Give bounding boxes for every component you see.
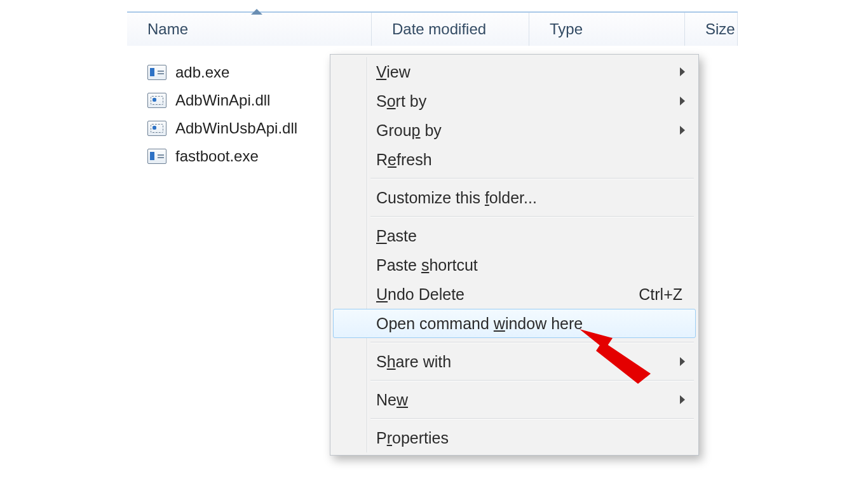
menu-item-view[interactable]: View — [333, 57, 696, 86]
menu-item-paste-shortcut[interactable]: Paste shortcut — [333, 250, 696, 280]
menu-item-paste[interactable]: Paste — [333, 221, 696, 250]
menu-label: Paste shortcut — [376, 256, 478, 274]
submenu-arrow-icon — [680, 97, 685, 105]
menu-accelerator: Ctrl+Z — [639, 285, 682, 304]
menu-separator — [370, 342, 694, 343]
column-header-size-label: Size — [705, 20, 735, 38]
column-header-name-label: Name — [147, 20, 188, 38]
dll-file-icon — [147, 121, 166, 136]
menu-item-undo-delete[interactable]: Undo Delete Ctrl+Z — [333, 280, 696, 309]
menu-label: Sort by — [376, 92, 426, 111]
menu-item-sort-by[interactable]: Sort by — [333, 86, 696, 116]
menu-label: View — [376, 63, 410, 81]
menu-separator — [370, 178, 694, 179]
exe-file-icon — [147, 65, 166, 80]
menu-item-refresh[interactable]: Refresh — [333, 145, 696, 174]
file-name-label: AdbWinApi.dll — [175, 92, 270, 109]
menu-label: Customize this folder... — [376, 189, 537, 207]
menu-label: Group by — [376, 121, 442, 140]
explorer-window: Name Date modified Type Size adb.exe Adb… — [0, 0, 868, 488]
submenu-arrow-icon — [680, 67, 685, 76]
file-name-label: adb.exe — [175, 64, 229, 81]
list-item[interactable]: AdbWinUsbApi.dll — [147, 114, 297, 142]
menu-separator — [370, 418, 694, 419]
menu-item-open-command-window-here[interactable]: Open command window here — [333, 309, 696, 338]
menu-item-group-by[interactable]: Group by — [333, 116, 696, 145]
column-header-date-label: Date modified — [392, 20, 486, 38]
context-menu: View Sort by Group by Refresh Customize … — [330, 54, 699, 456]
column-header-date[interactable]: Date modified — [372, 13, 529, 46]
menu-item-new[interactable]: New — [333, 385, 696, 414]
list-item[interactable]: fastboot.exe — [147, 142, 297, 170]
sort-ascending-icon — [251, 9, 262, 15]
column-header-size[interactable]: Size — [685, 13, 738, 46]
submenu-arrow-icon — [680, 126, 685, 135]
list-item[interactable]: AdbWinApi.dll — [147, 86, 297, 114]
dll-file-icon — [147, 93, 166, 108]
menu-label: Share with — [376, 353, 451, 371]
file-name-label: AdbWinUsbApi.dll — [175, 119, 297, 137]
menu-label: Open command window here — [376, 315, 583, 333]
menu-label: Undo Delete — [376, 285, 465, 304]
column-header-bar: Name Date modified Type Size — [127, 11, 738, 46]
file-name-label: fastboot.exe — [175, 147, 259, 165]
menu-label: New — [376, 391, 408, 409]
file-list: adb.exe AdbWinApi.dll AdbWinUsbApi.dll f… — [147, 58, 297, 170]
menu-separator — [370, 380, 694, 381]
column-header-name[interactable]: Name — [127, 13, 372, 46]
menu-label: Properties — [376, 429, 449, 447]
column-header-type-label: Type — [550, 20, 583, 38]
menu-separator — [370, 216, 694, 217]
menu-item-share-with[interactable]: Share with — [333, 347, 696, 376]
column-header-type[interactable]: Type — [529, 13, 685, 46]
submenu-arrow-icon — [680, 357, 685, 366]
exe-file-icon — [147, 149, 166, 164]
menu-label: Paste — [376, 227, 417, 245]
submenu-arrow-icon — [680, 395, 685, 404]
list-item[interactable]: adb.exe — [147, 58, 297, 86]
menu-label: Refresh — [376, 151, 432, 169]
menu-item-properties[interactable]: Properties — [333, 423, 696, 452]
menu-item-customize-folder[interactable]: Customize this folder... — [333, 183, 696, 212]
